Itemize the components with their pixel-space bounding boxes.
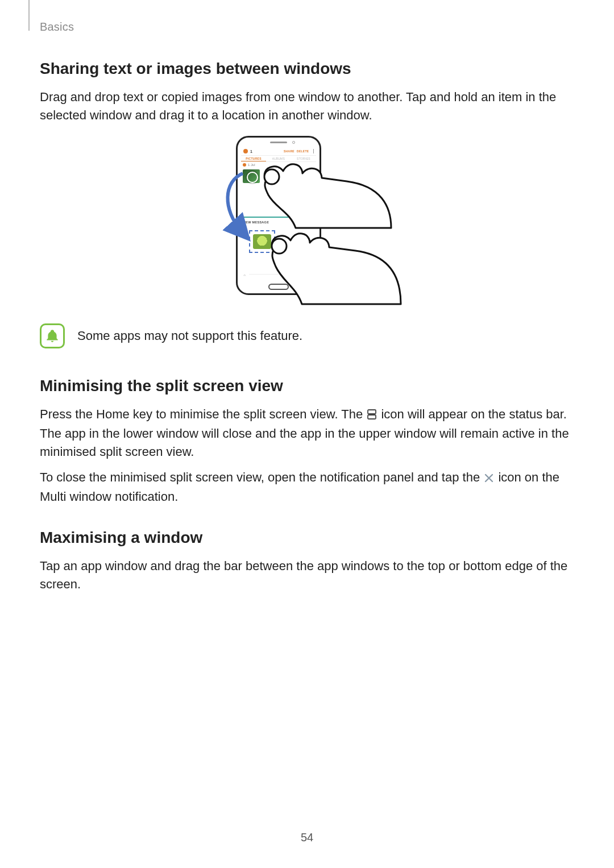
illustration: 1 SHARE DELETE PICTURES ALBUMS STORIES xyxy=(219,136,395,306)
page-content: Sharing text or images between windows D… xyxy=(40,0,574,593)
note-text: Some apps may not support this feature. xyxy=(77,329,302,343)
body-minimising-2: To close the minimised split screen view… xyxy=(40,468,574,506)
selection-count: 1 xyxy=(250,149,252,153)
svg-point-1 xyxy=(272,239,287,254)
camera-dot-icon xyxy=(292,141,295,144)
body-maximising: Tap an app window and drag the bar betwe… xyxy=(40,557,574,593)
body-minimising-1: Press the Home key to minimise the split… xyxy=(40,405,574,461)
heading-minimising: Minimising the split screen view xyxy=(40,377,574,395)
heading-maximising: Maximising a window xyxy=(40,529,574,547)
share-action: SHARE xyxy=(284,149,294,153)
attach-icon: 𝄐 xyxy=(243,273,246,279)
svg-point-0 xyxy=(264,169,279,184)
text-fragment: To close the minimised split screen view… xyxy=(40,470,483,484)
body-sharing: Drag and drop text or copied images from… xyxy=(40,88,574,124)
manual-page: Basics Sharing text or images between wi… xyxy=(0,0,614,868)
app-dot-icon xyxy=(243,149,248,153)
drag-arrow-icon xyxy=(219,170,259,238)
gallery-topbar: 1 SHARE DELETE xyxy=(241,148,316,156)
page-number: 54 xyxy=(301,831,313,844)
header-rule xyxy=(28,0,30,31)
svg-rect-2 xyxy=(368,410,376,414)
heading-sharing: Sharing text or images between windows xyxy=(40,60,574,78)
hand-top-icon xyxy=(262,155,392,229)
close-x-icon xyxy=(484,470,493,488)
figure-drag-drop: 1 SHARE DELETE PICTURES ALBUMS STORIES xyxy=(40,136,574,306)
split-screen-icon xyxy=(367,406,376,425)
svg-rect-3 xyxy=(368,415,376,419)
note-block: Some apps may not support this feature. xyxy=(40,323,574,348)
section-breadcrumb: Basics xyxy=(40,20,74,34)
hand-bottom-icon xyxy=(270,220,401,305)
bell-icon xyxy=(40,323,65,348)
delete-action: DELETE xyxy=(297,149,309,153)
overflow-menu-icon xyxy=(313,149,314,153)
text-fragment: Press the Home key to minimise the split… xyxy=(40,407,366,421)
